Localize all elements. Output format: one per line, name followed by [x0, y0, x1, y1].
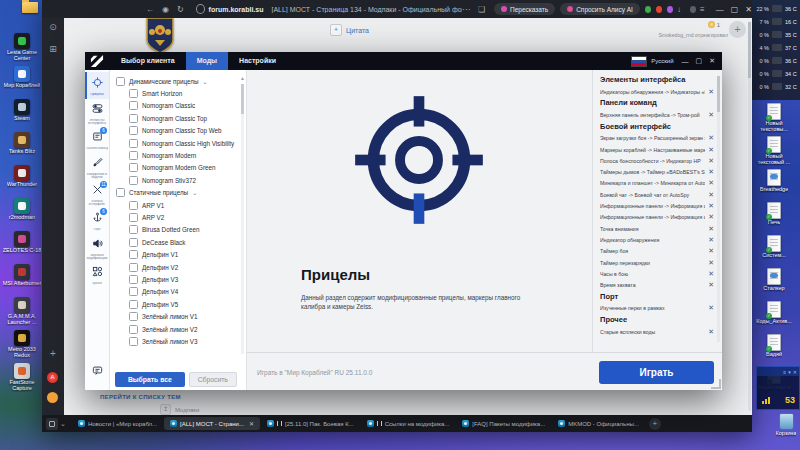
- mod-row[interactable]: Дельфин V1: [110, 248, 246, 260]
- desktop-icon[interactable]: Сталкер: [752, 268, 796, 301]
- page-scrollbar[interactable]: [748, 22, 751, 411]
- mod-row[interactable]: Зелёный лимон V3: [110, 335, 246, 347]
- checkbox[interactable]: [129, 287, 138, 296]
- remove-icon[interactable]: ✕: [708, 304, 714, 312]
- feedback-button[interactable]: [85, 357, 109, 384]
- browser-tab[interactable]: [FAQ] Пакеты модифика...: [456, 417, 551, 430]
- mod-group-row[interactable]: Статичные прицелы⌄: [110, 187, 246, 199]
- mod-row[interactable]: Nomogram Modern Green: [110, 162, 246, 174]
- checkbox[interactable]: [129, 139, 138, 148]
- maximize-button[interactable]: ▢: [731, 5, 739, 14]
- rail-item-panel[interactable]: Панели команд6: [85, 126, 109, 153]
- remove-icon[interactable]: ✕: [708, 191, 714, 199]
- chevron-down-icon[interactable]: ⌄: [60, 420, 66, 428]
- alice-sidebar-icon[interactable]: A: [47, 372, 58, 383]
- mod-row[interactable]: Зелёный лимон V2: [110, 323, 246, 335]
- chevron-down-icon[interactable]: ⌄: [192, 189, 197, 196]
- app-maximize-button[interactable]: ▢: [696, 57, 704, 65]
- checkbox[interactable]: [129, 238, 138, 247]
- retell-button[interactable]: Пересказать: [494, 3, 555, 15]
- select-all-button[interactable]: Выбрать все: [115, 372, 185, 387]
- app-tab-моды[interactable]: Моды: [186, 52, 228, 70]
- desktop-icon[interactable]: MSI Afterburner: [0, 264, 44, 297]
- chevron-down-icon[interactable]: ⌄: [203, 78, 208, 85]
- browser-tab[interactable]: [ALL] МОСТ - Страни...✕: [164, 417, 260, 430]
- mod-list-scrollbar[interactable]: [241, 84, 244, 354]
- browser-tab[interactable]: Ссылки на модифика...: [361, 417, 456, 430]
- reset-button[interactable]: Сбросить: [189, 372, 237, 387]
- desktop-icon[interactable]: Lesta Game Center: [0, 33, 44, 66]
- rail-item-crosshair[interactable]: Прицелы: [85, 72, 109, 99]
- back-icon[interactable]: ←: [146, 5, 154, 14]
- desktop-icon[interactable]: Breathedge: [752, 169, 796, 202]
- checkbox[interactable]: [129, 213, 138, 222]
- checkbox[interactable]: [129, 114, 138, 123]
- checkbox[interactable]: [129, 89, 138, 98]
- desktop-icon[interactable]: ✓Систем...: [752, 235, 796, 268]
- mod-row[interactable]: Nomogram Classic Top: [110, 112, 246, 124]
- tab-close-icon[interactable]: ✕: [249, 420, 254, 427]
- mod-row[interactable]: Nomogram Classic High Visibility: [110, 137, 246, 149]
- collapse-icon[interactable]: ▾: [788, 369, 791, 375]
- menu-icon[interactable]: ≡: [700, 5, 705, 14]
- remove-icon[interactable]: ✕: [708, 111, 714, 119]
- downloads-icon[interactable]: ↓: [677, 5, 681, 14]
- address-url[interactable]: forum.korabli.su: [209, 6, 264, 13]
- mod-row[interactable]: Smart Horizon: [110, 87, 246, 99]
- adblock-extension-icon[interactable]: [645, 6, 651, 13]
- remove-icon[interactable]: ✕: [708, 146, 714, 154]
- reaction-badge[interactable]: 1: [708, 21, 720, 28]
- mod-row[interactable]: Nomogram Classic: [110, 100, 246, 112]
- remove-icon[interactable]: ✕: [708, 259, 714, 267]
- app-close-button[interactable]: ✕: [709, 57, 716, 65]
- checkbox[interactable]: [129, 163, 138, 172]
- selected-scrollbar[interactable]: [717, 76, 720, 342]
- mod-row[interactable]: Дельфин V5: [110, 298, 246, 310]
- menu-icon[interactable]: ≡: [783, 369, 786, 375]
- ask-alice-button[interactable]: Спросить Алису AI: [560, 3, 640, 15]
- remove-icon[interactable]: ✕: [708, 88, 714, 96]
- close-button[interactable]: ✕: [745, 5, 752, 14]
- up-icon[interactable]: ↥: [160, 404, 171, 415]
- checkbox[interactable]: [129, 176, 138, 185]
- desktop-icon[interactable]: Steam: [0, 99, 44, 132]
- close-icon[interactable]: ✕: [793, 369, 797, 375]
- mod-row[interactable]: ARP V2: [110, 211, 246, 223]
- browser-tab[interactable]: [25.11.0] Пак. Боевая К...: [261, 417, 360, 430]
- rail-item-anchor[interactable]: Порт6: [85, 207, 109, 234]
- remove-icon[interactable]: ✕: [708, 168, 714, 176]
- rail-item-shapes[interactable]: Прочее: [85, 261, 109, 288]
- desktop-icon[interactable]: ✓Новый текстовы...: [752, 103, 796, 136]
- app-minimize-button[interactable]: —: [682, 58, 690, 65]
- browser-tab[interactable]: Новости | «Мир корабл...: [72, 417, 163, 430]
- mod-row[interactable]: Дельфин V3: [110, 273, 246, 285]
- checkbox[interactable]: [129, 250, 138, 259]
- desktop-icon[interactable]: ✓Коды_Актив...: [752, 301, 796, 334]
- checkbox[interactable]: [129, 337, 138, 346]
- remove-icon[interactable]: ✕: [708, 225, 714, 233]
- checkbox[interactable]: [116, 77, 125, 86]
- mod-row[interactable]: Дельфин V2: [110, 261, 246, 273]
- desktop-icon[interactable]: WarThunder: [0, 165, 44, 198]
- folder-icon[interactable]: [22, 2, 38, 13]
- tab-panel-icon[interactable]: [46, 418, 58, 430]
- site-badge-icon[interactable]: [196, 4, 205, 14]
- rail-item-swords[interactable]: Боевой интерфейс11: [85, 180, 109, 207]
- mod-row[interactable]: Зелёный лимон V1: [110, 310, 246, 322]
- rail-item-toggles[interactable]: Элементы интерфейса: [85, 99, 109, 126]
- quote-button[interactable]: + Цитата: [330, 24, 369, 36]
- russian-flag-icon[interactable]: [631, 56, 647, 67]
- remove-icon[interactable]: ✕: [708, 179, 714, 187]
- mod-row[interactable]: Nomogram Classic Top Web: [110, 125, 246, 137]
- reload-icon[interactable]: ↻: [177, 5, 184, 14]
- bookmark-icon[interactable]: ❏: [478, 5, 485, 14]
- remove-icon[interactable]: ✕: [708, 270, 714, 278]
- back-to-topics-link[interactable]: ПЕРЕЙТИ К СПИСКУ ТЕМ: [100, 394, 181, 400]
- panels-icon[interactable]: ⊞: [42, 44, 64, 54]
- checkbox[interactable]: [129, 225, 138, 234]
- mod-row[interactable]: Birusa Dotted Green: [110, 224, 246, 236]
- new-tab-button[interactable]: +: [649, 418, 661, 430]
- add-icon[interactable]: +: [42, 348, 64, 359]
- desktop-icon[interactable]: G.A.M.M.A. Launcher ...: [0, 297, 44, 330]
- remove-icon[interactable]: ✕: [708, 134, 714, 142]
